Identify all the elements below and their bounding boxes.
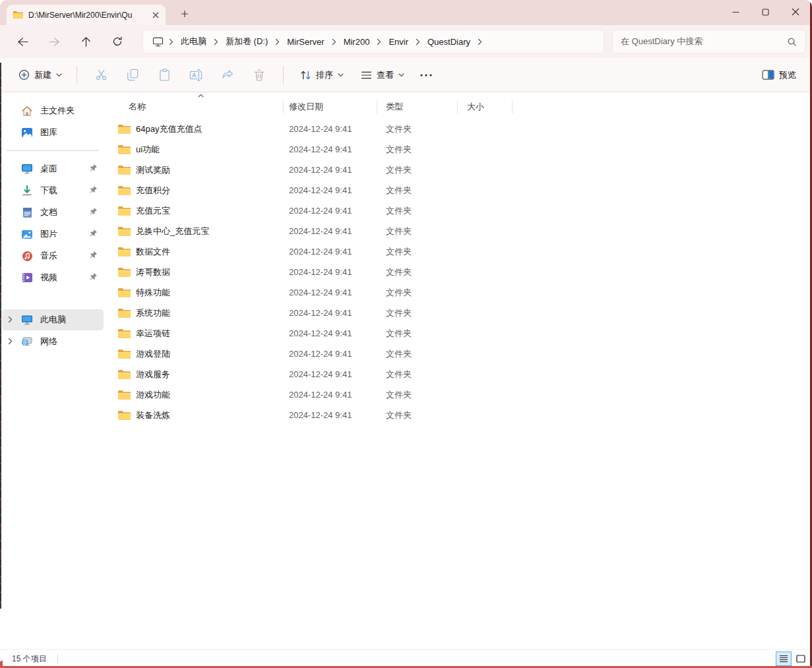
preview-button[interactable]: 预览 [757, 65, 801, 85]
file-date: 2024-12-24 9:41 [284, 247, 377, 257]
chevron-expand-icon[interactable] [8, 338, 13, 345]
file-name-cell: 测试奖励 [106, 164, 284, 176]
sidebar-item-label: 图库 [40, 127, 57, 138]
new-tab-button[interactable] [176, 5, 193, 22]
table-row[interactable]: ui功能 2024-12-24 9:41 文件夹 [106, 139, 812, 160]
chevron-right-icon [166, 38, 176, 46]
videos-icon [20, 272, 34, 283]
file-name: 幸运项链 [136, 328, 170, 340]
search-input[interactable]: 在 QuestDiary 中搜索 [612, 30, 805, 53]
table-row[interactable]: 游戏登陆 2024-12-24 9:41 文件夹 [106, 344, 812, 364]
sidebar-item-pictures[interactable]: 图片 [2, 224, 104, 245]
file-name-cell: 系统功能 [106, 307, 284, 319]
tab-close-icon[interactable] [150, 9, 162, 21]
back-button[interactable] [11, 30, 34, 53]
minimize-button[interactable] [721, 0, 751, 24]
maximize-button[interactable] [751, 0, 780, 24]
table-row[interactable]: 涛哥数据 2024-12-24 9:41 文件夹 [106, 262, 812, 282]
delete-button[interactable] [245, 63, 274, 87]
folder-icon [117, 410, 131, 421]
table-row[interactable]: 特殊功能 2024-12-24 9:41 文件夹 [106, 282, 812, 303]
file-date: 2024-12-24 9:41 [284, 349, 377, 359]
sidebar-item-downloads[interactable]: 下载 [2, 180, 104, 201]
table-row[interactable]: 数据文件 2024-12-24 9:41 文件夹 [106, 241, 812, 262]
sort-button[interactable]: 排序 [294, 65, 350, 86]
breadcrumb-item[interactable]: 新加卷 (D:) [221, 33, 272, 50]
table-row[interactable]: 系统功能 2024-12-24 9:41 文件夹 [106, 303, 812, 323]
tab-title: D:\MirServer\Mir200\Envir\Qu [28, 11, 144, 20]
view-button-label: 查看 [377, 69, 394, 81]
table-row[interactable]: 游戏服务 2024-12-24 9:41 文件夹 [106, 364, 812, 384]
table-row[interactable]: 兑换中心_充值元宝 2024-12-24 9:41 文件夹 [106, 221, 812, 241]
file-type: 文件夹 [377, 164, 458, 176]
file-date: 2024-12-24 9:41 [284, 308, 377, 318]
file-name: 系统功能 [136, 307, 170, 319]
file-date: 2024-12-24 9:41 [284, 288, 377, 297]
table-row[interactable]: 充值积分 2024-12-24 9:41 文件夹 [106, 180, 812, 200]
cut-button[interactable] [86, 63, 115, 87]
new-button[interactable]: 新建 [12, 65, 69, 86]
up-button[interactable] [74, 30, 98, 53]
details-view-toggle[interactable] [776, 652, 792, 666]
new-button-label: 新建 [34, 69, 51, 81]
table-row[interactable]: 充值元宝 2024-12-24 9:41 文件夹 [106, 200, 812, 221]
file-list-area: 名称 修改日期 类型 大小 [106, 93, 812, 650]
sidebar-item-music[interactable]: 音乐 [2, 245, 104, 266]
table-row[interactable]: 装备洗炼 2024-12-24 9:41 文件夹 [106, 405, 812, 425]
explorer-tab[interactable]: D:\MirServer\Mir200\Envir\Qu [7, 5, 166, 25]
breadcrumb-items: 此电脑 新加卷 (D:) MirServer [166, 33, 475, 50]
share-button[interactable] [213, 63, 242, 87]
close-button[interactable] [780, 0, 810, 24]
chevron-right-icon[interactable] [475, 38, 485, 46]
copy-button[interactable] [118, 63, 147, 87]
chevron-right-icon [211, 38, 221, 46]
sidebar-item-documents[interactable]: 文档 [2, 202, 104, 223]
sidebar-item-videos[interactable]: 视频 [2, 267, 104, 288]
capture-artifact-corner [0, 661, 3, 668]
file-name-cell: 兑换中心_充值元宝 [106, 226, 284, 237]
file-name: 游戏功能 [136, 389, 170, 401]
forward-button[interactable] [42, 30, 66, 53]
table-row[interactable]: 游戏功能 2024-12-24 9:41 文件夹 [106, 384, 812, 405]
search-icon[interactable] [787, 37, 797, 47]
table-row[interactable]: 测试奖励 2024-12-24 9:41 文件夹 [106, 160, 812, 180]
refresh-button[interactable] [106, 30, 129, 53]
column-header-size[interactable]: 大小 [458, 100, 513, 113]
status-bar: 15 个项目 [0, 649, 812, 668]
chevron-right-icon [329, 38, 339, 46]
file-name-cell: 数据文件 [106, 246, 284, 258]
file-name: 充值元宝 [136, 205, 170, 217]
column-header-date[interactable]: 修改日期 [284, 100, 377, 113]
file-date: 2024-12-24 9:41 [284, 410, 377, 420]
breadcrumb-item[interactable]: QuestDiary [423, 34, 475, 49]
column-header-type[interactable]: 类型 [377, 100, 458, 113]
home-icon [20, 106, 34, 117]
main-area: 主文件夹 图库 桌面 [0, 93, 812, 650]
breadcrumb[interactable]: 此电脑 新加卷 (D:) MirServer [142, 30, 604, 53]
view-button[interactable]: 查看 [355, 65, 410, 86]
table-row[interactable]: 64pay充值充值点 2024-12-24 9:41 文件夹 [106, 119, 812, 139]
file-date: 2024-12-24 9:41 [284, 165, 377, 175]
breadcrumb-item[interactable]: MirServer [282, 34, 328, 49]
sidebar-item-gallery[interactable]: 图库 [2, 122, 104, 143]
folder-icon [117, 165, 131, 175]
breadcrumb-item[interactable]: Envir [384, 34, 413, 49]
thumbnails-view-toggle[interactable] [793, 652, 809, 666]
pin-icon [89, 229, 98, 237]
sidebar-item-this-pc[interactable]: 此电脑 [2, 309, 104, 330]
sidebar-item-network[interactable]: 网络 [2, 331, 104, 352]
table-row[interactable]: 幸运项链 2024-12-24 9:41 文件夹 [106, 323, 812, 344]
command-toolbar: 新建 排序 [0, 58, 812, 92]
rename-button[interactable] [181, 63, 210, 87]
paste-button[interactable] [150, 63, 179, 87]
sidebar-item-desktop[interactable]: 桌面 [2, 158, 104, 179]
chevron-expand-icon[interactable] [8, 316, 13, 323]
sidebar-item-home[interactable]: 主文件夹 [2, 100, 104, 121]
column-header-name[interactable]: 名称 [106, 100, 284, 113]
more-options-icon[interactable] [413, 64, 439, 86]
chevron-down-icon [56, 73, 62, 77]
breadcrumb-item[interactable]: Mir200 [339, 34, 375, 49]
tab-bar: D:\MirServer\Mir200\Envir\Qu [0, 0, 812, 25]
breadcrumb-item[interactable]: 此电脑 [176, 33, 211, 50]
sidebar-spacer [0, 289, 106, 309]
